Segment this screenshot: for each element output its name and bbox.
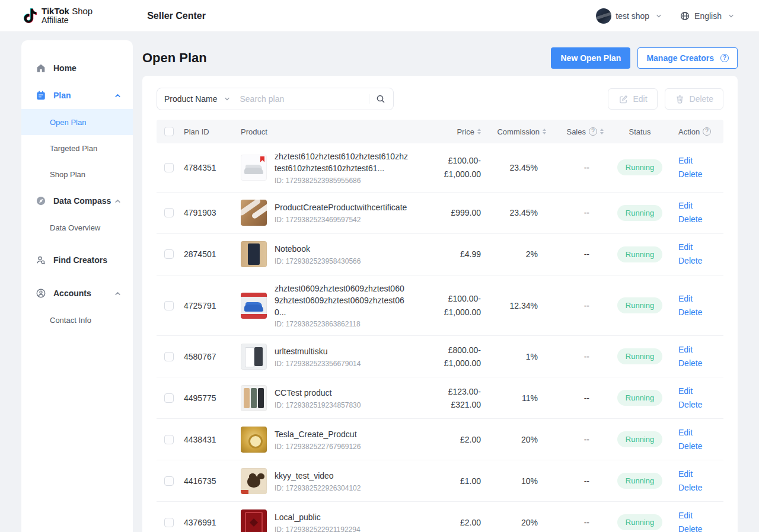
- product-thumbnail: [241, 155, 267, 181]
- product-name: kkyy_test_video: [275, 470, 361, 482]
- row-checkbox[interactable]: [164, 518, 174, 527]
- search-icon[interactable]: [375, 94, 386, 104]
- sidebar-item-shop-plan[interactable]: Shop Plan: [21, 161, 133, 187]
- edit-link[interactable]: Edit: [678, 241, 723, 254]
- question-circle-icon[interactable]: [589, 127, 597, 136]
- plan-id: 4580767: [181, 352, 241, 361]
- row-checkbox[interactable]: [164, 163, 174, 172]
- price: £100.00- £1,000.00: [410, 154, 486, 181]
- table-row: 4580767 urltestmultisku ID: 172938252335…: [157, 336, 723, 377]
- edit-link[interactable]: Edit: [678, 293, 723, 305]
- product-thumbnail: [241, 344, 267, 370]
- row-checkbox[interactable]: [164, 435, 174, 444]
- delete-link[interactable]: Delete: [678, 399, 723, 411]
- commission: 10%: [486, 476, 551, 486]
- product-id: ID: 1729382523985955686: [275, 177, 409, 185]
- price-line-1: £123.00-: [410, 385, 481, 398]
- sidebar-item-accounts[interactable]: Accounts: [21, 280, 133, 307]
- question-circle-icon[interactable]: [703, 127, 711, 136]
- sidebar-item-targeted-plan[interactable]: Targeted Plan: [21, 135, 133, 161]
- delete-link[interactable]: Delete: [678, 357, 723, 370]
- table-row: 4725791 zhztest0609zhztest0609zhztest060…: [157, 275, 723, 336]
- edit-link[interactable]: Edit: [678, 344, 723, 356]
- commission: 11%: [486, 393, 551, 403]
- shop-name: test shop: [616, 11, 649, 21]
- product-name: urltestmultisku: [275, 345, 361, 357]
- sidebar-item-open-plan[interactable]: Open Plan: [21, 109, 133, 135]
- table-row: 2874501 Notebook ID: 1729382523958430566…: [157, 234, 723, 275]
- column-action: Action: [678, 127, 700, 136]
- search-filter-dropdown[interactable]: Product Name: [164, 94, 232, 104]
- sort-icon[interactable]: [477, 129, 481, 135]
- edit-link[interactable]: Edit: [678, 427, 723, 439]
- commission: 2%: [486, 249, 551, 259]
- edit-link[interactable]: Edit: [678, 468, 723, 480]
- edit-icon: [618, 94, 629, 104]
- chevron-up-icon: [114, 92, 121, 99]
- delete-link[interactable]: Delete: [678, 306, 723, 319]
- sidebar-item-label: Find Creators: [53, 255, 107, 265]
- sort-icon[interactable]: [543, 129, 546, 135]
- row-checkbox[interactable]: [164, 352, 174, 361]
- sidebar-item-data-overview[interactable]: Data Overview: [21, 214, 133, 241]
- search-input[interactable]: [240, 94, 369, 104]
- bulk-delete-button[interactable]: Delete: [665, 88, 723, 110]
- chevron-up-icon: [114, 290, 121, 297]
- row-checkbox[interactable]: [164, 208, 174, 217]
- status-badge: Running: [617, 246, 662, 262]
- status-badge: Running: [617, 348, 662, 364]
- seller-center-title: Seller Center: [147, 11, 206, 21]
- row-checkbox[interactable]: [164, 393, 174, 403]
- edit-link[interactable]: Edit: [678, 509, 723, 522]
- table-row: 4784351 zhztest610zhztest610zhztest610zh…: [157, 143, 723, 193]
- product-thumbnail: [241, 293, 267, 319]
- price-line-2: £1,000.00: [410, 357, 481, 370]
- sidebar-item-label: Home: [53, 63, 76, 73]
- price-line-1: £100.00-: [410, 292, 481, 305]
- sidebar-item-home[interactable]: Home: [21, 55, 133, 82]
- row-checkbox[interactable]: [164, 249, 174, 259]
- sales: --: [551, 393, 607, 403]
- sort-icon[interactable]: [600, 129, 604, 135]
- edit-link[interactable]: Edit: [678, 155, 723, 167]
- product-name: zhztest0609zhztest0609zhztest0609zhztest…: [275, 283, 409, 319]
- commission: 23.45%: [486, 163, 551, 172]
- select-all-checkbox[interactable]: [164, 127, 174, 136]
- status-badge: Running: [617, 297, 662, 313]
- tiktok-shop-affiliate-logo[interactable]: TikTok Shop Affiliate: [23, 7, 93, 25]
- product-name: Notebook: [275, 243, 361, 255]
- shop-switcher[interactable]: test shop: [596, 8, 664, 24]
- column-price: Price: [457, 127, 474, 136]
- price: £1.00: [410, 475, 486, 488]
- delete-link[interactable]: Delete: [678, 482, 723, 494]
- sidebar-item-contact-info[interactable]: Contact Info: [21, 307, 133, 333]
- delete-link[interactable]: Delete: [678, 213, 723, 226]
- sidebar-item-label: Plan: [53, 91, 71, 100]
- manage-creators-button[interactable]: Manage Creators: [637, 47, 738, 69]
- brand-shop: Shop: [72, 6, 93, 16]
- delete-link[interactable]: Delete: [678, 168, 723, 181]
- delete-link[interactable]: Delete: [678, 255, 723, 267]
- new-open-plan-button[interactable]: New Open Plan: [551, 47, 630, 69]
- edit-link[interactable]: Edit: [678, 385, 723, 398]
- sales: --: [551, 352, 607, 361]
- delete-link[interactable]: Delete: [678, 523, 723, 532]
- language-switcher[interactable]: English: [680, 11, 736, 21]
- sidebar-item-plan[interactable]: Plan: [21, 82, 133, 109]
- commission: 20%: [486, 518, 551, 527]
- row-checkbox[interactable]: [164, 301, 174, 310]
- edit-link[interactable]: Edit: [678, 200, 723, 212]
- row-checkbox[interactable]: [164, 476, 174, 486]
- bulk-edit-button[interactable]: Edit: [608, 88, 657, 110]
- price: £999.00: [410, 206, 486, 219]
- price-line-1: £1.00: [410, 475, 481, 488]
- product-id: ID: 1729382522767969126: [275, 443, 361, 451]
- price: £800.00- £1,000.00: [410, 344, 486, 370]
- sidebar-item-data-compass[interactable]: Data Compass: [21, 187, 133, 214]
- price-line-1: £100.00-: [410, 154, 481, 167]
- product-name: Local_public: [275, 511, 361, 523]
- delete-link[interactable]: Delete: [678, 440, 723, 453]
- status-badge: Running: [617, 159, 662, 175]
- sidebar-subitem-label: Shop Plan: [50, 170, 85, 179]
- sidebar-item-find-creators[interactable]: Find Creators: [21, 246, 133, 274]
